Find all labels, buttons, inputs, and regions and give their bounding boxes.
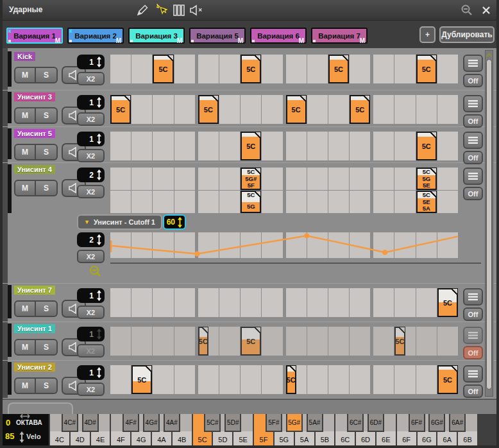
step-cell[interactable]	[373, 132, 394, 160]
step-cell[interactable]	[373, 168, 394, 190]
zoom-out-icon[interactable]	[459, 3, 475, 17]
step-cell[interactable]: 5C	[198, 327, 219, 356]
step-cell[interactable]	[350, 327, 370, 356]
step-cell[interactable]	[153, 191, 173, 213]
step-cell[interactable]	[262, 288, 282, 317]
step-cell[interactable]	[394, 191, 415, 213]
step-cell[interactable]	[394, 55, 415, 83]
step-cell[interactable]	[373, 55, 394, 83]
step-cell[interactable]	[174, 288, 195, 317]
step-cell[interactable]	[437, 55, 458, 83]
step-cell[interactable]	[174, 191, 195, 213]
step-cell[interactable]	[219, 55, 240, 83]
step-cell[interactable]	[328, 132, 349, 160]
step-cell[interactable]	[262, 365, 282, 394]
tab-variation-6[interactable]: Вариация 7M	[311, 28, 368, 44]
note-cell[interactable]: 5C	[328, 55, 349, 83]
note-cell[interactable]: 5C	[198, 327, 208, 356]
step-cell[interactable]	[373, 288, 394, 317]
step-cell[interactable]	[131, 132, 152, 160]
step-cell[interactable]	[394, 288, 415, 317]
step-cell[interactable]	[198, 132, 219, 160]
step-cell[interactable]	[110, 168, 131, 190]
step-cell[interactable]	[131, 288, 152, 317]
step-cell[interactable]	[373, 95, 394, 124]
step-cell[interactable]	[110, 191, 131, 213]
x2-button[interactable]: X2	[77, 344, 105, 358]
step-cell[interactable]	[394, 365, 415, 394]
velocity-stepper-icon[interactable]	[19, 431, 25, 444]
close-icon[interactable]	[478, 3, 494, 17]
off-button[interactable]: Off	[463, 384, 483, 398]
step-cell[interactable]	[328, 95, 349, 124]
step-cell[interactable]	[416, 365, 437, 394]
automation-graph[interactable]	[110, 232, 458, 258]
step-cell[interactable]	[394, 168, 415, 190]
x2-button[interactable]: X2	[77, 72, 105, 85]
step-cell[interactable]: 5C	[328, 55, 349, 83]
step-cell[interactable]	[219, 191, 240, 213]
step-cell[interactable]	[198, 55, 219, 83]
step-cell[interactable]	[307, 95, 328, 124]
step-cell[interactable]	[174, 327, 195, 356]
step-cell[interactable]: 5C5G5E	[416, 168, 437, 190]
step-cell[interactable]	[307, 327, 328, 356]
off-button[interactable]: Off	[463, 151, 483, 164]
step-cell[interactable]: 5C5G	[241, 191, 261, 213]
step-cell[interactable]	[262, 327, 282, 356]
mute-button[interactable]: M	[14, 144, 36, 160]
step-cell[interactable]: 5C	[286, 95, 307, 124]
step-cell[interactable]	[286, 191, 307, 213]
track-menu-button[interactable]	[463, 327, 483, 344]
key-6A#[interactable]: 6A#	[449, 414, 466, 432]
step-cell[interactable]	[110, 365, 131, 394]
step-cell[interactable]	[437, 95, 458, 124]
track-menu-button[interactable]	[463, 132, 483, 149]
note-cell[interactable]: 5C	[198, 95, 219, 124]
key-4F#[interactable]: 4F#	[123, 414, 139, 432]
solo-button[interactable]: S	[36, 67, 58, 83]
step-cell[interactable]	[328, 168, 349, 190]
step-cell[interactable]	[437, 168, 458, 190]
step-cell[interactable]	[307, 168, 328, 190]
step-cell[interactable]	[262, 191, 282, 213]
step-cell[interactable]	[350, 191, 370, 213]
bars-stepper[interactable]: 1	[77, 365, 105, 380]
step-cell[interactable]	[219, 327, 240, 356]
step-cell[interactable]	[110, 55, 131, 83]
key-5F#[interactable]: 5F#	[266, 414, 282, 432]
tab-variation-2[interactable]: Вариация 2кM	[67, 28, 124, 44]
step-cell[interactable]	[174, 365, 195, 394]
note-cell[interactable]: 5C	[110, 95, 131, 124]
step-cell[interactable]	[286, 288, 307, 317]
automation-bars-stepper[interactable]: 2	[77, 232, 105, 247]
step-cell[interactable]	[437, 191, 458, 213]
solo-button[interactable]: S	[36, 339, 58, 356]
step-cell[interactable]: 5C	[394, 327, 415, 356]
mute-button[interactable]: M	[14, 300, 36, 317]
step-cell[interactable]	[416, 327, 437, 356]
note-cell[interactable]: 5C5G	[241, 191, 261, 213]
step-cell[interactable]: 5C5G#5F	[241, 168, 261, 190]
tab-variation-1[interactable]: Вариация 1кM	[6, 28, 63, 44]
cursor-tool-icon[interactable]	[155, 3, 170, 17]
step-cell[interactable]	[350, 288, 370, 317]
step-cell[interactable]	[131, 95, 152, 124]
bars-stepper[interactable]: 1	[77, 95, 105, 110]
key-6G#[interactable]: 6G#	[428, 414, 445, 432]
key-4A#[interactable]: 4A#	[164, 414, 180, 432]
key-5C#[interactable]: 5C#	[204, 414, 221, 432]
speaker-muted-icon[interactable]	[189, 3, 204, 17]
mute-button[interactable]: M	[14, 339, 36, 356]
key-5G#[interactable]: 5G#	[286, 414, 303, 432]
step-cell[interactable]: 5C	[416, 55, 437, 83]
step-cell[interactable]: 5C	[241, 132, 261, 160]
note-cell[interactable]: 5C	[394, 327, 405, 356]
step-cell[interactable]	[262, 132, 282, 160]
automation-zoom-out-icon[interactable]	[89, 264, 103, 281]
octave-value[interactable]: 0	[6, 418, 10, 427]
step-cell[interactable]	[131, 191, 152, 213]
step-cell[interactable]	[416, 95, 437, 124]
step-cell[interactable]	[198, 168, 219, 190]
step-cell[interactable]	[262, 168, 282, 190]
